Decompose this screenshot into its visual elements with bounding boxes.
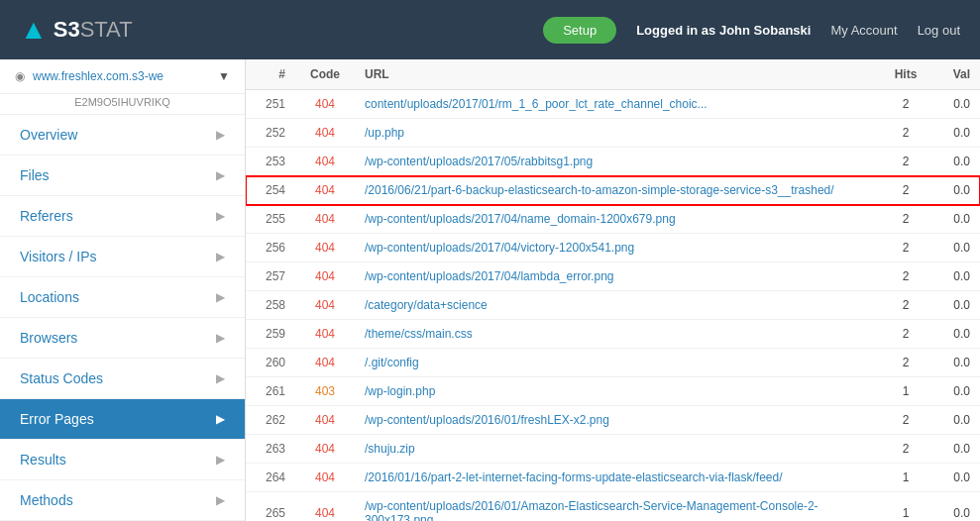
nav-item-label: Overview bbox=[20, 127, 77, 143]
row-url: /category/data+science bbox=[355, 291, 881, 320]
row-code: 404 bbox=[295, 320, 355, 349]
table-row[interactable]: 252 404 /up.php 2 0.0 bbox=[246, 119, 980, 148]
log-out-link[interactable]: Log out bbox=[918, 23, 960, 38]
row-num: 257 bbox=[246, 262, 295, 291]
row-num: 264 bbox=[246, 464, 295, 492]
nav-item-label: Methods bbox=[20, 492, 73, 508]
col-val: Val bbox=[930, 59, 980, 90]
site-url: www.freshlex.com.s3-we bbox=[33, 69, 210, 83]
row-code: 404 bbox=[295, 234, 355, 262]
row-url: /theme/css/main.css bbox=[355, 320, 881, 349]
sidebar-item-error-pages[interactable]: Error Pages▶ bbox=[0, 399, 245, 440]
my-account-link[interactable]: My Account bbox=[830, 23, 897, 38]
row-hits: 1 bbox=[881, 492, 930, 522]
sidebar-item-results[interactable]: Results▶ bbox=[0, 440, 245, 480]
row-url: /wp-content/uploads/2017/04/name_domain-… bbox=[355, 205, 881, 234]
sidebar-item-files[interactable]: Files▶ bbox=[0, 156, 245, 196]
row-url: /wp-login.php bbox=[355, 377, 881, 406]
row-num: 258 bbox=[246, 291, 295, 320]
row-num: 254 bbox=[246, 176, 295, 205]
chevron-right-icon: ▶ bbox=[216, 331, 225, 345]
table-row[interactable]: 257 404 /wp-content/uploads/2017/04/lamb… bbox=[246, 262, 980, 291]
sidebar-item-methods[interactable]: Methods▶ bbox=[0, 480, 245, 521]
row-val: 0.0 bbox=[930, 148, 980, 176]
nav-item-label: Visitors / IPs bbox=[20, 249, 97, 264]
row-num: 251 bbox=[246, 90, 295, 119]
header: ▲ S3STAT Setup Logged in as John Sobansk… bbox=[0, 0, 980, 59]
row-url: /wp-content/uploads/2017/04/victory-1200… bbox=[355, 234, 881, 262]
row-hits: 2 bbox=[881, 291, 930, 320]
table-row[interactable]: 261 403 /wp-login.php 1 0.0 bbox=[246, 377, 980, 406]
chevron-right-icon: ▶ bbox=[216, 453, 225, 467]
row-code: 404 bbox=[295, 406, 355, 435]
row-num: 263 bbox=[246, 435, 295, 464]
table-row[interactable]: 265 404 /wp-content/uploads/2016/01/Amaz… bbox=[246, 492, 980, 522]
row-hits: 1 bbox=[881, 464, 930, 492]
row-hits: 2 bbox=[881, 349, 930, 377]
row-val: 0.0 bbox=[930, 234, 980, 262]
row-val: 0.0 bbox=[930, 205, 980, 234]
row-url: /wp-content/uploads/2016/01/freshLEX-x2.… bbox=[355, 406, 881, 435]
row-url: /2016/01/16/part-2-let-internet-facing-f… bbox=[355, 464, 881, 492]
row-val: 0.0 bbox=[930, 464, 980, 492]
nav-item-label: Referers bbox=[20, 208, 73, 224]
row-hits: 2 bbox=[881, 435, 930, 464]
row-url: /wp-content/uploads/2017/05/rabbitsg1.pn… bbox=[355, 148, 881, 176]
row-val: 0.0 bbox=[930, 492, 980, 522]
table-row[interactable]: 260 404 /.git/config 2 0.0 bbox=[246, 349, 980, 377]
table-row[interactable]: 255 404 /wp-content/uploads/2017/04/name… bbox=[246, 205, 980, 234]
chevron-right-icon: ▶ bbox=[216, 290, 225, 304]
table-row[interactable]: 251 404 content/uploads/2017/01/rm_1_6_p… bbox=[246, 90, 980, 119]
table-header-row: # Code URL Hits Val bbox=[246, 59, 980, 90]
table-row[interactable]: 259 404 /theme/css/main.css 2 0.0 bbox=[246, 320, 980, 349]
sidebar-item-visitors---ips[interactable]: Visitors / IPs▶ bbox=[0, 237, 245, 277]
row-url: /shuju.zip bbox=[355, 435, 881, 464]
row-code: 403 bbox=[295, 377, 355, 406]
row-val: 0.0 bbox=[930, 262, 980, 291]
sidebar-item-locations[interactable]: Locations▶ bbox=[0, 277, 245, 318]
row-code: 404 bbox=[295, 349, 355, 377]
table-row[interactable]: 262 404 /wp-content/uploads/2016/01/fres… bbox=[246, 406, 980, 435]
row-url: /wp-content/uploads/2016/01/Amazon-Elast… bbox=[355, 492, 881, 522]
logged-in-user: John Sobanski bbox=[719, 23, 811, 38]
table-row[interactable]: 258 404 /category/data+science 2 0.0 bbox=[246, 291, 980, 320]
logo-text: S3STAT bbox=[54, 17, 133, 43]
row-num: 262 bbox=[246, 406, 295, 435]
row-num: 253 bbox=[246, 148, 295, 176]
logo-icon: ▲ bbox=[20, 14, 48, 46]
chevron-right-icon: ▶ bbox=[216, 412, 225, 426]
row-hits: 2 bbox=[881, 262, 930, 291]
row-num: 261 bbox=[246, 377, 295, 406]
row-val: 0.0 bbox=[930, 435, 980, 464]
row-url: /wp-content/uploads/2017/04/lambda_error… bbox=[355, 262, 881, 291]
row-code: 404 bbox=[295, 492, 355, 522]
row-url: /up.php bbox=[355, 119, 881, 148]
row-val: 0.0 bbox=[930, 291, 980, 320]
row-url: content/uploads/2017/01/rm_1_6_poor_lct_… bbox=[355, 90, 881, 119]
main-layout: ◉ www.freshlex.com.s3-we ▼ E2M9O5IHUVRIK… bbox=[0, 59, 980, 521]
chevron-right-icon: ▶ bbox=[216, 209, 225, 223]
table-row[interactable]: 256 404 /wp-content/uploads/2017/04/vict… bbox=[246, 234, 980, 262]
table-row[interactable]: 264 404 /2016/01/16/part-2-let-internet-… bbox=[246, 464, 980, 492]
row-hits: 2 bbox=[881, 205, 930, 234]
table-row[interactable]: 254 404 /2016/06/21/part-6-backup-elasti… bbox=[246, 176, 980, 205]
table-row[interactable]: 253 404 /wp-content/uploads/2017/05/rabb… bbox=[246, 148, 980, 176]
content-area: # Code URL Hits Val 251 404 content/uplo… bbox=[246, 59, 980, 521]
col-url: URL bbox=[355, 59, 881, 90]
table-row[interactable]: 263 404 /shuju.zip 2 0.0 bbox=[246, 435, 980, 464]
nav-item-label: Locations bbox=[20, 289, 79, 305]
sidebar-item-overview[interactable]: Overview▶ bbox=[0, 115, 245, 156]
sidebar-item-browsers[interactable]: Browsers▶ bbox=[0, 318, 245, 359]
site-selector[interactable]: ◉ www.freshlex.com.s3-we ▼ bbox=[0, 59, 245, 94]
sidebar-item-status-codes[interactable]: Status Codes▶ bbox=[0, 359, 245, 399]
row-code: 404 bbox=[295, 435, 355, 464]
setup-button[interactable]: Setup bbox=[543, 17, 616, 44]
sidebar-item-referers[interactable]: Referers▶ bbox=[0, 196, 245, 237]
row-code: 404 bbox=[295, 262, 355, 291]
globe-icon: ◉ bbox=[15, 69, 25, 83]
row-hits: 2 bbox=[881, 119, 930, 148]
row-hits: 2 bbox=[881, 234, 930, 262]
row-val: 0.0 bbox=[930, 320, 980, 349]
row-code: 404 bbox=[295, 464, 355, 492]
row-hits: 2 bbox=[881, 406, 930, 435]
